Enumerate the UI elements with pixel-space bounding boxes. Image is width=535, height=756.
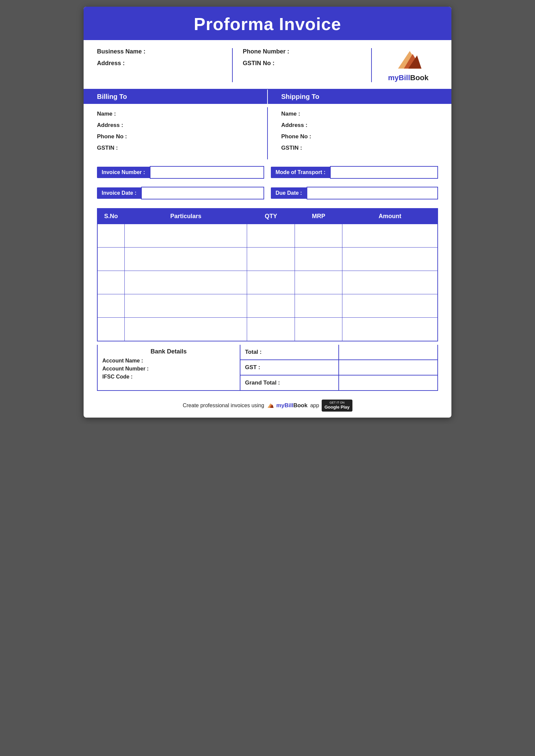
billing-shipping-body: Name : Address : Phone No : GSTIN : Name… [84, 104, 451, 163]
bank-account-number: Account Number : [102, 366, 235, 372]
header-title-text: Proforma Invoice [194, 14, 341, 34]
shipping-header: Shipping To [268, 90, 451, 104]
business-phone-label: Phone Number : [243, 48, 371, 55]
row4-qty [247, 294, 295, 318]
gst-value [339, 360, 437, 375]
footer-logo: myBillBook [276, 402, 308, 409]
business-name-label: Business Name : [97, 48, 225, 55]
due-date-input[interactable] [307, 187, 438, 199]
row3-particulars [124, 271, 247, 294]
row1-particulars [124, 224, 247, 248]
invoice-page: Proforma Invoice Business Name : Address… [84, 7, 451, 418]
total-label: Total : [240, 345, 339, 359]
invoice-number-row: Invoice Number : Mode of Transport : [84, 163, 451, 182]
bank-title: Bank Details [102, 348, 235, 355]
gst-label: GST : [240, 360, 339, 375]
row1-mrp [295, 224, 342, 248]
business-center: Phone Number : GSTIN No : [232, 48, 371, 82]
table-row [97, 248, 438, 271]
totals-section: Total : GST : Grand Total : [240, 345, 437, 390]
items-table: S.No Particulars QTY MRP Amount [97, 208, 438, 341]
row4-particulars [124, 294, 247, 318]
logo-book: Book [410, 73, 429, 82]
invoice-date-input[interactable] [141, 187, 264, 199]
billing-gstin: GSTIN : [97, 145, 254, 151]
bank-details: Bank Details Account Name : Account Numb… [98, 345, 240, 390]
invoice-date-label: Invoice Date : [97, 187, 141, 199]
row5-amount [342, 318, 438, 341]
shipping-gstin: GSTIN : [281, 145, 438, 151]
table-row [97, 294, 438, 318]
business-left: Business Name : Address : [97, 48, 232, 82]
row4-mrp [295, 294, 342, 318]
row1-qty [247, 224, 295, 248]
col-particulars: Particulars [124, 208, 247, 224]
col-amount: Amount [342, 208, 438, 224]
billing-phone: Phone No : [97, 133, 254, 140]
shipping-phone: Phone No : [281, 133, 438, 140]
row2-amount [342, 248, 438, 271]
shipping-fields: Name : Address : Phone No : GSTIN : [268, 107, 451, 159]
mode-transport-group: Mode of Transport : [271, 166, 438, 179]
table-header-row: S.No Particulars QTY MRP Amount [97, 208, 438, 224]
footer-bill: Bill [285, 402, 293, 409]
business-address-label: Address : [97, 60, 225, 67]
row3-amount [342, 271, 438, 294]
row5-mrp [295, 318, 342, 341]
row2-mrp [295, 248, 342, 271]
billing-name: Name : [97, 111, 254, 117]
billing-header: Billing To [84, 90, 268, 104]
footer-book: Book [293, 402, 308, 409]
row5-particulars [124, 318, 247, 341]
row2-particulars [124, 248, 247, 271]
mode-transport-label: Mode of Transport : [271, 167, 330, 178]
billing-shipping-header: Billing To Shipping To [84, 90, 451, 104]
invoice-date-row: Invoice Date : Due Date : [84, 183, 451, 203]
table-row [97, 224, 438, 248]
row4-sno [97, 294, 124, 318]
logo-bill: Bill [399, 73, 410, 82]
badge-gp: Google Play [324, 405, 349, 410]
business-logo: myBillBook [371, 48, 438, 82]
bank-ifsc: IFSC Code : [102, 374, 235, 380]
invoice-number-label: Invoice Number : [97, 167, 150, 178]
billing-fields: Name : Address : Phone No : GSTIN : [84, 107, 268, 159]
logo-container: myBillBook [388, 48, 428, 82]
row2-sno [97, 248, 124, 271]
logo-my: my [388, 73, 399, 82]
row1-sno [97, 224, 124, 248]
due-date-label: Due Date : [271, 187, 307, 199]
invoice-header: Proforma Invoice [84, 7, 451, 40]
bank-account-name: Account Name : [102, 358, 235, 364]
shipping-name: Name : [281, 111, 438, 117]
due-date-group: Due Date : [271, 187, 438, 199]
grand-total-value [339, 375, 437, 390]
total-value [339, 345, 437, 359]
invoice-number-input[interactable] [150, 166, 264, 179]
badge-get-it: GET IT ON [330, 401, 345, 405]
logo-text: myBillBook [388, 73, 428, 82]
total-row: Total : [240, 345, 437, 360]
col-qty: QTY [247, 208, 295, 224]
footer: Create professional invoices using myBil… [84, 394, 451, 418]
mode-transport-input[interactable] [330, 166, 438, 179]
business-section: Business Name : Address : Phone Number :… [84, 40, 451, 90]
google-play-badge: GET IT ON Google Play [322, 400, 352, 412]
invoice-number-group: Invoice Number : [97, 166, 264, 179]
row3-sno [97, 271, 124, 294]
row2-qty [247, 248, 295, 271]
row3-qty [247, 271, 295, 294]
invoice-date-group: Invoice Date : [97, 187, 264, 199]
logo-icon [395, 48, 422, 71]
billing-address: Address : [97, 122, 254, 129]
table-row [97, 318, 438, 341]
footer-my: my [276, 402, 285, 409]
grand-total-label: Grand Total : [240, 375, 339, 390]
grand-total-row: Grand Total : [240, 375, 437, 390]
footer-text: Create professional invoices using [183, 403, 264, 409]
row4-amount [342, 294, 438, 318]
row3-mrp [295, 271, 342, 294]
col-sno: S.No [97, 208, 124, 224]
row1-amount [342, 224, 438, 248]
business-gstin-label: GSTIN No : [243, 60, 371, 67]
